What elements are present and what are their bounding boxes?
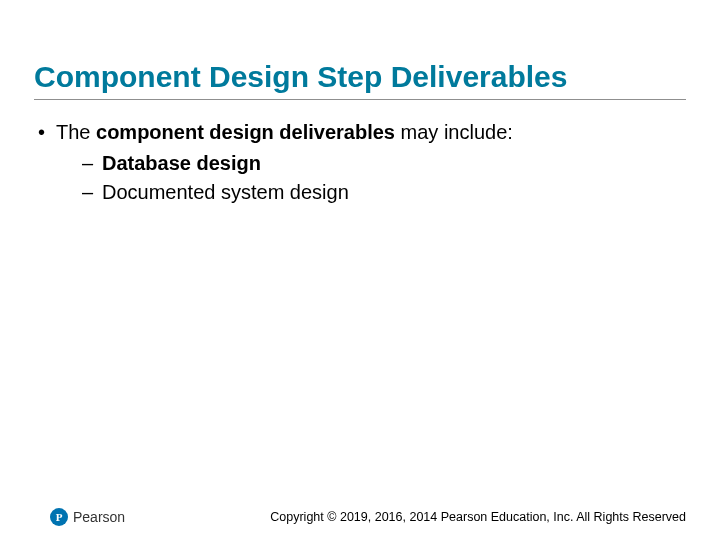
sub-list: Database design Documented system design xyxy=(56,149,686,207)
copyright-text: Copyright © 2019, 2016, 2014 Pearson Edu… xyxy=(270,510,686,524)
logo-letter: P xyxy=(56,512,63,523)
slide: Component Design Step Deliverables The c… xyxy=(0,0,720,540)
bullet-text-bold: component design deliverables xyxy=(96,121,395,143)
slide-title: Component Design Step Deliverables xyxy=(34,60,686,95)
logo-mark-icon: P xyxy=(50,508,68,526)
title-rule xyxy=(34,99,686,100)
sub-item: Database design xyxy=(80,149,686,178)
sub-item-label: Database design xyxy=(102,152,261,174)
logo: P Pearson xyxy=(50,508,125,526)
bullet-text-post: may include: xyxy=(395,121,513,143)
bullet-list: The component design deliverables may in… xyxy=(34,118,686,207)
sub-item: Documented system design xyxy=(80,178,686,207)
footer: P Pearson Copyright © 2019, 2016, 2014 P… xyxy=(0,508,720,526)
bullet-text-pre: The xyxy=(56,121,96,143)
logo-text: Pearson xyxy=(73,509,125,525)
bullet-item: The component design deliverables may in… xyxy=(34,118,686,207)
sub-item-label: Documented system design xyxy=(102,181,349,203)
